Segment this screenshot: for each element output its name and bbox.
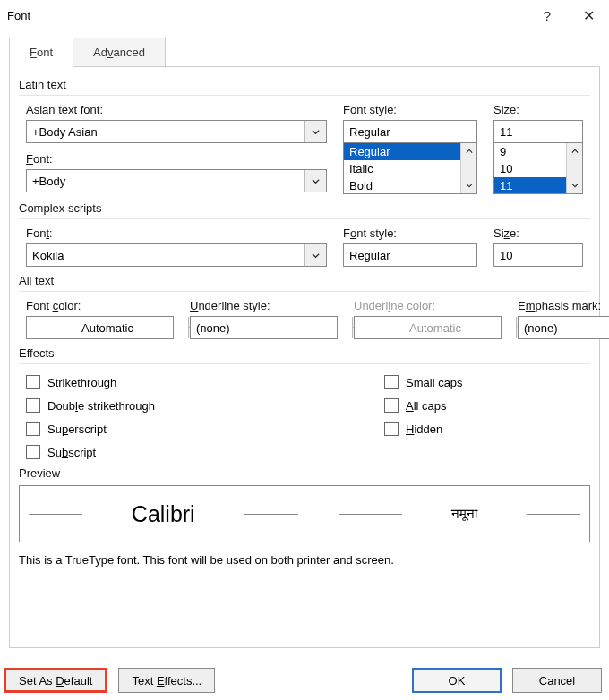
ok-button[interactable]: OK <box>412 668 502 693</box>
close-button[interactable]: ✕ <box>568 0 609 30</box>
group-complex-scripts-label: Complex scripts <box>19 201 590 215</box>
font-color-combo[interactable] <box>26 316 174 339</box>
scrollbar[interactable] <box>566 143 582 193</box>
underline-color-label: Underline color: <box>354 299 502 312</box>
checkbox-label: Subscript <box>47 446 96 459</box>
preview-box: Calibri नमूना <box>19 485 590 542</box>
group-preview: Preview Calibri नमूना This is a TrueType… <box>19 466 590 567</box>
font-style-combo[interactable] <box>343 120 477 143</box>
cs-size-combo[interactable] <box>493 243 583 267</box>
font-style-list[interactable]: Regular Italic Bold <box>343 142 477 194</box>
button-label: OK <box>449 674 466 687</box>
font-color-value <box>27 317 188 338</box>
underline-style-label: Underline style: <box>190 299 338 312</box>
group-latin-text: Latin text Asian text font: Font: F <box>19 78 590 194</box>
help-button[interactable]: ? <box>527 0 568 30</box>
checkbox-label: All caps <box>406 399 447 413</box>
scrollbar[interactable] <box>460 143 476 193</box>
chevron-down-icon[interactable] <box>304 244 326 266</box>
latin-font-input[interactable] <box>27 170 304 192</box>
checkbox-icon <box>384 422 399 436</box>
checkbox-superscript[interactable]: Superscript <box>26 422 384 436</box>
tab-advanced[interactable]: Advanced <box>73 38 166 67</box>
checkbox-strikethrough[interactable]: Strikethrough <box>26 375 384 389</box>
font-color-label: Font color: <box>26 299 174 312</box>
scroll-down-icon[interactable] <box>461 177 476 193</box>
group-effects: Effects Strikethrough Double strikethrou… <box>19 346 590 459</box>
size-input[interactable] <box>494 121 609 142</box>
cs-font-input[interactable] <box>27 244 304 266</box>
checkbox-icon <box>26 375 40 389</box>
underline-color-value <box>355 317 516 338</box>
button-label: Set As Default <box>19 674 92 687</box>
checkbox-icon <box>26 398 40 413</box>
size-combo[interactable] <box>493 120 583 143</box>
cs-font-style-input[interactable] <box>344 244 505 266</box>
group-all-text-label: All text <box>19 274 590 287</box>
asian-font-input[interactable] <box>27 121 304 142</box>
font-panel: Latin text Asian text font: Font: F <box>9 66 600 648</box>
underline-style-combo[interactable] <box>190 316 338 339</box>
window-title: Font <box>7 9 527 22</box>
asian-font-combo[interactable] <box>26 120 327 143</box>
list-item[interactable]: Regular <box>344 143 460 160</box>
preview-sample-1: Calibri <box>124 501 202 527</box>
list-item[interactable]: 9 <box>494 143 566 160</box>
group-complex-scripts: Complex scripts Font: Font style: <box>19 201 590 267</box>
group-all-text: All text Font color: Underline style: <box>19 274 590 339</box>
underline-style-value <box>191 317 352 338</box>
list-item[interactable]: 10 <box>494 160 566 177</box>
preview-note: This is a TrueType font. This font will … <box>19 553 590 567</box>
preview-sample-2: नमूना <box>444 506 485 522</box>
checkbox-double-strike[interactable]: Double strikethrough <box>26 398 384 413</box>
cs-font-style-label: Font style: <box>343 226 477 240</box>
checkbox-small-caps[interactable]: Small caps <box>384 375 463 389</box>
tab-advanced-label: Advanced <box>93 46 145 59</box>
cs-font-style-combo[interactable] <box>343 243 477 267</box>
checkbox-icon <box>384 375 399 389</box>
scroll-up-icon[interactable] <box>461 143 476 159</box>
checkbox-label: Small caps <box>406 376 463 389</box>
chevron-down-icon[interactable] <box>304 121 326 142</box>
checkbox-all-caps[interactable]: All caps <box>384 398 463 413</box>
list-item[interactable]: 11 <box>494 177 566 193</box>
footer: Set As Default Text Effects... OK Cancel <box>4 668 602 693</box>
latin-font-label: Font: <box>26 152 327 166</box>
scroll-down-icon[interactable] <box>567 177 582 193</box>
list-item[interactable]: Italic <box>344 160 460 177</box>
checkbox-label: Superscript <box>47 423 107 436</box>
checkbox-icon <box>26 445 40 459</box>
font-style-input[interactable] <box>344 121 505 142</box>
checkbox-subscript[interactable]: Subscript <box>26 445 384 459</box>
button-label: Text Effects... <box>132 674 202 687</box>
emphasis-combo[interactable] <box>518 316 609 339</box>
tab-font-label: Font <box>30 46 53 59</box>
size-label: Size: <box>493 103 583 116</box>
checkbox-icon <box>26 422 40 436</box>
checkbox-label: Hidden <box>406 423 442 436</box>
tab-font[interactable]: Font <box>9 38 73 67</box>
set-as-default-button[interactable]: Set As Default <box>4 668 107 693</box>
tabs: Font Advanced <box>9 38 600 67</box>
font-style-label: Font style: <box>343 103 477 116</box>
cs-size-label: Size: <box>493 226 583 240</box>
emphasis-label: Emphasis mark: <box>518 299 609 312</box>
group-preview-label: Preview <box>19 466 590 480</box>
cs-font-label: Font: <box>26 226 327 240</box>
size-list[interactable]: 9 10 11 <box>493 142 583 194</box>
group-latin-text-label: Latin text <box>19 78 590 91</box>
text-effects-button[interactable]: Text Effects... <box>118 668 215 693</box>
chevron-down-icon[interactable] <box>304 170 326 192</box>
list-item[interactable]: Bold <box>344 177 460 193</box>
latin-font-combo[interactable] <box>26 169 327 192</box>
titlebar: Font ? ✕ <box>0 0 609 30</box>
scroll-up-icon[interactable] <box>567 143 582 159</box>
cancel-button[interactable]: Cancel <box>512 668 602 693</box>
button-label: Cancel <box>539 674 575 687</box>
checkbox-hidden[interactable]: Hidden <box>384 422 463 436</box>
checkbox-label: Strikethrough <box>47 376 116 389</box>
cs-size-input[interactable] <box>494 244 609 266</box>
cs-font-combo[interactable] <box>26 243 327 267</box>
emphasis-value <box>519 317 609 338</box>
asian-font-label: Asian text font: <box>26 103 327 116</box>
